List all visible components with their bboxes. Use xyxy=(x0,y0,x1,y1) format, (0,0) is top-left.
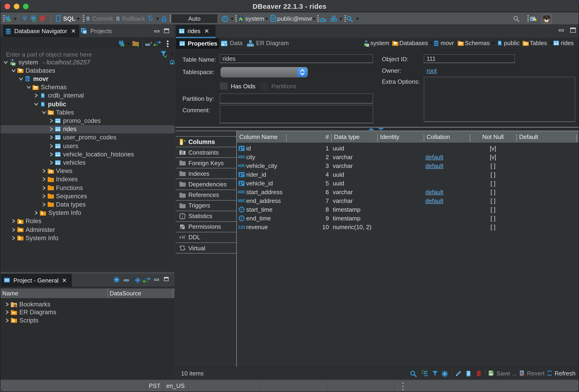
svg-text:<>: <> xyxy=(223,43,227,47)
svg-text:T: T xyxy=(183,235,186,240)
svg-text:i: i xyxy=(182,214,183,219)
